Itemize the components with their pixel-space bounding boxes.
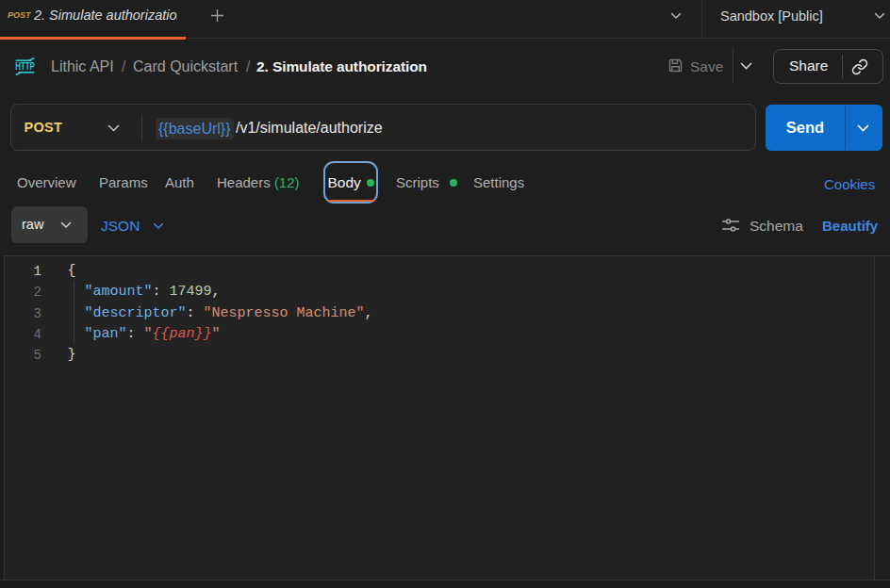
svg-text:HTTP: HTTP [15,60,35,72]
